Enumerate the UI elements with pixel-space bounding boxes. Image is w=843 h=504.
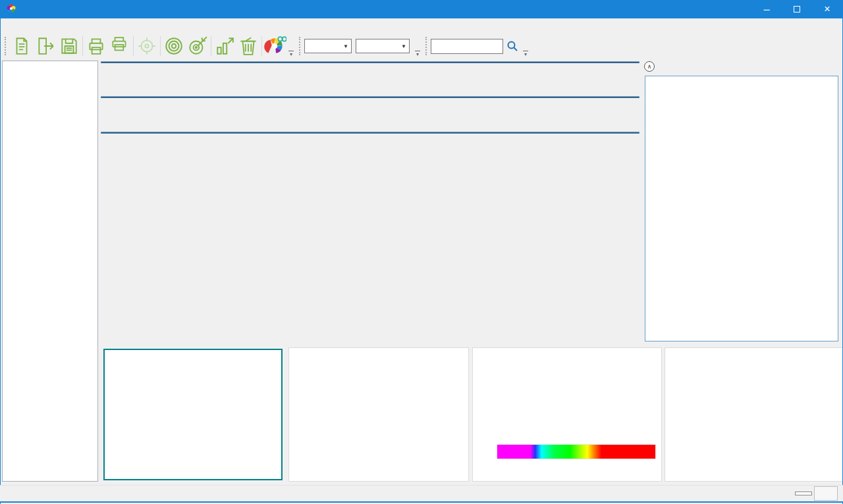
sci-mode-select[interactable]: ▼ [304,39,352,53]
save-button[interactable] [57,34,81,58]
tolerance-table [101,61,639,63]
toolbar-overflow-icon[interactable]: ▾ [415,51,420,57]
toolbar-separator [133,36,134,56]
menubar [1,18,842,33]
search-input[interactable] [431,39,503,54]
sample-tree-panel [2,61,98,482]
search-icon[interactable] [503,34,522,58]
print-word-button[interactable] [108,34,132,58]
minimize-button[interactable]: ─ [751,0,782,18]
titlebar: ─ × [1,0,842,18]
color-search-button[interactable] [263,34,287,58]
lab-gamut-panel[interactable] [665,347,843,482]
toolbar-separator [261,36,262,56]
chevron-down-icon: ▼ [337,43,348,49]
delta-e-trend-panel[interactable] [288,347,469,482]
illuminant-select[interactable]: ▼ [356,39,410,53]
new-document-button[interactable] [10,34,34,58]
calibrate-target-button[interactable] [135,34,159,58]
toolbar-grip [5,37,7,55]
report-chart-button[interactable] [213,34,236,58]
standard-table [101,96,639,98]
measure-sample-button[interactable] [186,34,209,58]
app-logo-icon [6,3,16,16]
status-box [814,486,838,501]
delete-trash-button[interactable] [236,34,260,58]
toolbar-separator [211,36,211,56]
toolbar-grip [299,37,302,55]
delta-ab-scatter-chart [105,350,281,479]
delta-ab-chart-panel[interactable] [103,349,283,480]
reflectance-panel[interactable] [472,347,662,482]
export-button[interactable] [34,34,57,58]
print-button[interactable] [84,34,108,58]
close-button[interactable]: × [812,0,842,18]
main-content: ∧ [1,59,843,485]
toolbar-overflow-icon[interactable]: ▾ [288,51,294,57]
cie-lab-card [645,76,838,341]
spectrum-color-bar [497,444,656,459]
toolbar-grip [425,37,428,55]
measure-standard-button[interactable] [162,34,186,58]
toolbar-separator [160,36,161,56]
delta-e-line-chart [289,348,468,481]
auto-mode-button[interactable] [795,491,812,495]
sample-table [101,132,639,134]
maximize-button[interactable] [782,0,812,18]
panel-header: ∧ [641,59,843,74]
collapse-panel-icon[interactable]: ∧ [644,61,655,72]
chevron-down-icon: ▼ [394,43,406,49]
toolbar-overflow-icon[interactable]: ▾ [523,51,528,57]
toolbar-separator [82,36,83,56]
toolbar: ▾ ▼ ▼ ▾ ▾ [1,33,842,59]
color-difference-panel: ∧ [641,59,843,343]
statusbar [0,485,843,503]
